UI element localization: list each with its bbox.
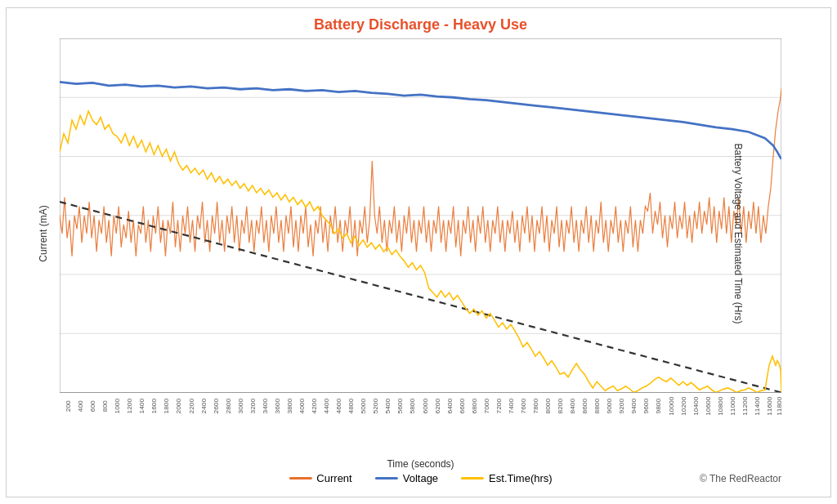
svg-text:7000: 7000 (483, 398, 490, 413)
svg-text:7600: 7600 (520, 398, 527, 413)
svg-text:1200: 1200 (127, 398, 134, 413)
svg-text:2000: 2000 (176, 398, 183, 413)
svg-text:8000: 8000 (544, 398, 552, 413)
svg-text:800: 800 (102, 399, 110, 412)
svg-text:4000: 4000 (298, 398, 306, 413)
svg-text:11800: 11800 (776, 396, 781, 416)
svg-text:10200: 10200 (680, 396, 687, 416)
svg-text:9800: 9800 (656, 398, 663, 413)
legend-voltage-line (375, 477, 398, 479)
chart-legend: Current Voltage Est.Time(hrs) (289, 472, 552, 484)
svg-text:3000: 3000 (237, 398, 244, 413)
svg-text:10800: 10800 (717, 396, 724, 416)
y-axis-left-label: Current (mA) (38, 205, 49, 261)
svg-text:1600: 1600 (151, 398, 159, 413)
svg-text:7200: 7200 (495, 398, 503, 413)
svg-text:9000: 9000 (606, 398, 614, 413)
svg-text:6000: 6000 (422, 398, 429, 413)
chart-container: Battery Discharge - Heavy Use Current (m… (6, 7, 831, 497)
svg-text:1400: 1400 (139, 398, 146, 413)
svg-text:4400: 4400 (323, 398, 330, 413)
svg-text:600: 600 (90, 399, 97, 412)
svg-text:5800: 5800 (410, 398, 417, 413)
svg-text:2200: 2200 (188, 398, 195, 413)
svg-text:4600: 4600 (336, 398, 343, 413)
legend-current: Current (289, 472, 351, 484)
svg-text:11000: 11000 (729, 396, 736, 416)
svg-text:9600: 9600 (643, 398, 651, 413)
svg-text:8200: 8200 (557, 398, 564, 413)
legend-esttime: Est.Time(hrs) (461, 472, 553, 484)
svg-text:3400: 3400 (262, 398, 269, 413)
svg-text:5200: 5200 (373, 398, 380, 413)
svg-text:5400: 5400 (385, 398, 392, 413)
chart-svg: 0 500 1000 1500 2000 2500 3000 0 0.5 1 1… (60, 38, 781, 429)
legend-esttime-line (461, 477, 484, 479)
svg-text:11400: 11400 (754, 396, 761, 416)
svg-text:6600: 6600 (459, 398, 466, 413)
svg-text:10000: 10000 (668, 396, 675, 416)
svg-text:3800: 3800 (286, 398, 293, 413)
svg-text:10400: 10400 (692, 396, 700, 416)
svg-text:3200: 3200 (249, 398, 257, 413)
svg-text:4800: 4800 (348, 398, 356, 413)
svg-text:7400: 7400 (508, 398, 515, 413)
svg-text:8800: 8800 (594, 398, 602, 413)
svg-text:2800: 2800 (225, 398, 232, 413)
legend-current-label: Current (316, 472, 351, 484)
svg-text:5000: 5000 (360, 398, 368, 413)
legend-esttime-label: Est.Time(hrs) (489, 472, 553, 484)
svg-text:8400: 8400 (570, 398, 577, 413)
svg-text:200: 200 (65, 399, 72, 412)
svg-text:2400: 2400 (200, 398, 208, 413)
chart-area: Current (mA) Battery Voltage and Estimat… (60, 38, 781, 429)
svg-text:6400: 6400 (446, 398, 454, 413)
svg-text:6800: 6800 (471, 398, 478, 413)
svg-text:400: 400 (77, 399, 84, 412)
svg-text:3600: 3600 (274, 398, 281, 413)
svg-text:1800: 1800 (163, 398, 171, 413)
legend-current-line (289, 477, 311, 479)
svg-text:11600: 11600 (766, 396, 773, 416)
copyright-text: © The RedReactor (700, 473, 781, 484)
chart-title: Battery Discharge - Heavy Use (60, 16, 781, 33)
svg-text:9200: 9200 (619, 398, 626, 413)
svg-text:7800: 7800 (532, 398, 539, 413)
svg-text:5600: 5600 (397, 398, 405, 413)
x-axis-label: Time (seconds) (387, 458, 454, 470)
svg-text:6200: 6200 (434, 398, 441, 413)
svg-text:11200: 11200 (741, 396, 749, 416)
legend-voltage: Voltage (375, 472, 438, 484)
y-axis-right-label: Battery Voltage and Estimated Time (Hrs) (733, 143, 745, 323)
svg-text:9400: 9400 (631, 398, 638, 413)
svg-text:4200: 4200 (311, 398, 318, 413)
svg-text:1000: 1000 (114, 398, 122, 413)
svg-text:8600: 8600 (582, 398, 589, 413)
svg-text:10600: 10600 (705, 396, 712, 416)
legend-voltage-label: Voltage (403, 472, 438, 484)
svg-text:2600: 2600 (213, 398, 220, 413)
